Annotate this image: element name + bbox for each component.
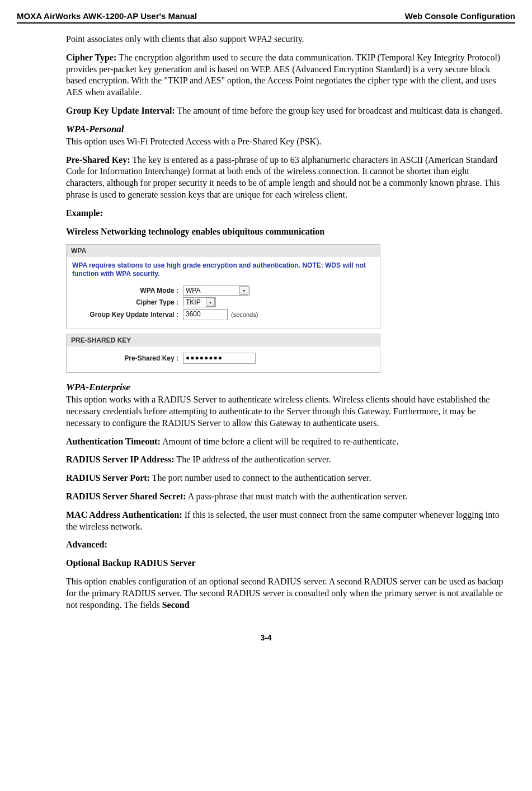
cipher-type-value: TKIP — [186, 298, 203, 306]
gkui-form-label: Group Key Update Interval : — [72, 311, 183, 319]
wpa-mode-select[interactable]: WPA ▾ — [183, 285, 249, 296]
backup-radius-text: This option enables configuration of an … — [66, 577, 503, 610]
psk-form-label: Pre-Shared Key : — [72, 354, 183, 362]
advanced-label: Advanced: — [66, 539, 510, 551]
radius-ip-text: The IP address of the authentication ser… — [176, 455, 331, 464]
radius-secret-paragraph: RADIUS Server Shared Secret: A pass-phra… — [66, 491, 510, 503]
cipher-type-select[interactable]: TKIP ▾ — [183, 297, 216, 307]
row-wpa-mode: WPA Mode : WPA ▾ — [72, 285, 374, 296]
content-body: Point associates only with clients that … — [66, 34, 510, 611]
auth-timeout-paragraph: Authentication Timeout: Amount of time b… — [66, 436, 510, 448]
radius-secret-label: RADIUS Server Shared Secret: — [66, 492, 186, 501]
backup-radius-second: Second — [162, 600, 190, 610]
gkui-paragraph: Group Key Update Interval: The amount of… — [66, 105, 510, 117]
radius-port-text: The port number used to connect to the a… — [152, 473, 371, 483]
gkui-input[interactable]: 3600 — [183, 309, 228, 320]
header-right: Web Console Configuration — [405, 11, 515, 21]
header-left: MOXA AirWorks AWK-1200-AP User's Manual — [17, 11, 197, 21]
screenshot-psk-panel: PRE-SHARED KEY Pre-Shared Key : ●●●●●●●● — [66, 334, 380, 373]
psk-panel-title: PRE-SHARED KEY — [67, 334, 380, 347]
mac-auth-label: MAC Address Authentication: — [66, 510, 182, 519]
wpa-personal-intro: This option uses Wi-Fi Protected Access … — [66, 136, 510, 148]
wpa-note-text: WPA requires stations to use high grade … — [72, 261, 374, 278]
screenshot-wpa-panel: WPA WPA requires stations to use high gr… — [66, 244, 380, 329]
psk-input[interactable]: ●●●●●●●● — [183, 353, 256, 364]
cipher-type-label: Cipher Type: — [66, 53, 116, 62]
radius-ip-label: RADIUS Server IP Address: — [66, 455, 175, 464]
wpa-mode-label: WPA Mode : — [72, 287, 183, 294]
auth-timeout-text: Amount of time before a client will be r… — [162, 437, 399, 446]
psk-label: Pre-Shared Key: — [66, 155, 130, 165]
chevron-down-icon: ▾ — [206, 298, 215, 307]
backup-radius-paragraph: This option enables configuration of an … — [66, 576, 510, 611]
wpa-panel-title: WPA — [67, 245, 380, 257]
gkui-label: Group Key Update Interval: — [66, 106, 175, 115]
wpa-mode-value: WPA — [186, 287, 236, 294]
radius-secret-text: A pass-phrase that must match with the a… — [188, 492, 407, 501]
gkui-text: The amount of time before the group key … — [177, 106, 502, 115]
page-header: MOXA AirWorks AWK-1200-AP User's Manual … — [17, 11, 515, 24]
auth-timeout-label: Authentication Timeout: — [66, 437, 161, 446]
intro-paragraph: Point associates only with clients that … — [66, 34, 510, 45]
row-psk: Pre-Shared Key : ●●●●●●●● — [72, 353, 374, 364]
row-cipher-type: Cipher Type : TKIP ▾ — [72, 297, 374, 307]
radius-port-label: RADIUS Server Port: — [66, 473, 150, 483]
mac-auth-paragraph: MAC Address Authentication: If this is s… — [66, 509, 510, 533]
row-gkui: Group Key Update Interval : 3600 (second… — [72, 309, 374, 320]
psk-paragraph: Pre-Shared Key: The key is entered as a … — [66, 155, 510, 201]
cipher-type-text: The encryption algorithm used to secure … — [66, 53, 500, 97]
page-number: 3-4 — [17, 633, 515, 642]
radius-port-paragraph: RADIUS Server Port: The port number used… — [66, 472, 510, 484]
radius-ip-paragraph: RADIUS Server IP Address: The IP address… — [66, 454, 510, 466]
example-label: Example: — [66, 208, 510, 219]
cipher-type-form-label: Cipher Type : — [72, 298, 183, 306]
example-phrase: Wireless Networking technology enables u… — [66, 226, 510, 238]
wpa-enterprise-heading: WPA-Enterprise — [66, 382, 510, 393]
chevron-down-icon: ▾ — [239, 286, 248, 295]
psk-text: The key is entered as a pass-phrase of u… — [66, 155, 500, 199]
gkui-suffix: (seconds) — [231, 311, 258, 318]
cipher-paragraph: Cipher Type: The encryption algorithm us… — [66, 52, 510, 99]
wpa-personal-heading: WPA-Personal — [66, 124, 510, 135]
wpa-enterprise-intro: This option works with a RADIUS Server t… — [66, 394, 510, 429]
backup-radius-heading: Optional Backup RADIUS Server — [66, 558, 510, 569]
